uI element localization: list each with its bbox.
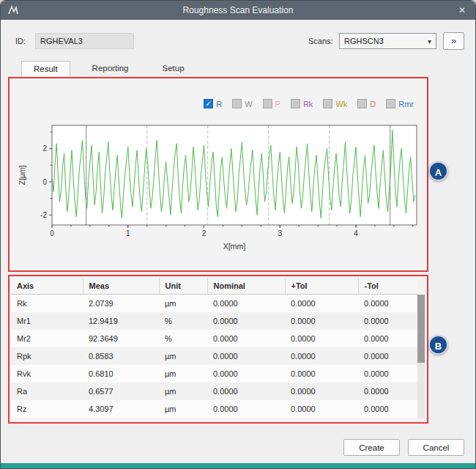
unchecked-checkbox-icon[interactable] bbox=[291, 99, 300, 108]
close-icon[interactable]: ✕ bbox=[456, 4, 468, 16]
scans-selected-value: RGHSCN3 bbox=[344, 37, 384, 45]
column-header[interactable]: Nominal bbox=[207, 278, 285, 295]
annotation-badge-a: A bbox=[428, 161, 448, 181]
table-cell: 0.0000 bbox=[207, 365, 285, 383]
table-cell: 0.0000 bbox=[285, 365, 358, 383]
table-cell: Rpk bbox=[11, 347, 83, 365]
unchecked-checkbox-icon[interactable] bbox=[357, 99, 367, 108]
svg-text:Z[µm]: Z[µm] bbox=[18, 165, 26, 185]
column-header[interactable]: Meas bbox=[83, 278, 159, 295]
table-body: Rk2.0739µm0.00000.00000.0000Mr112.9419%0… bbox=[11, 295, 418, 418]
legend: ✓RWPRkWkDRmr bbox=[21, 99, 414, 108]
column-header[interactable]: +Tol bbox=[285, 278, 358, 295]
chevron-down-icon: ▾ bbox=[428, 37, 431, 45]
table-cell: 0.6577 bbox=[83, 383, 159, 400]
checked-checkbox-icon[interactable]: ✓ bbox=[204, 99, 213, 108]
table-cell: Ra bbox=[11, 383, 83, 400]
legend-item-d[interactable]: D bbox=[357, 99, 376, 108]
table-cell: 0.0000 bbox=[285, 312, 358, 330]
table-cell: 0.0000 bbox=[285, 400, 358, 418]
svg-text:0: 0 bbox=[42, 178, 47, 186]
expand-scans-button[interactable]: » bbox=[443, 32, 464, 50]
annotation-badge-b: B bbox=[428, 335, 448, 355]
legend-item-r[interactable]: ✓R bbox=[204, 99, 222, 108]
table-row[interactable]: Mr292.3649%0.00000.00000.0000 bbox=[11, 330, 418, 347]
table-cell: µm bbox=[159, 383, 207, 400]
svg-text:0: 0 bbox=[50, 229, 54, 237]
dialog-window: Roughness Scan Evaluation ✕ ID: Scans: R… bbox=[0, 0, 476, 469]
table-cell: 0.0000 bbox=[207, 383, 285, 400]
svg-text:-2: -2 bbox=[40, 211, 47, 219]
table-cell: µm bbox=[159, 347, 207, 365]
roughness-profile-chart: 01234-202X[mm]Z[µm] bbox=[15, 119, 425, 267]
legend-label: P bbox=[275, 100, 280, 108]
create-button[interactable]: Create bbox=[343, 439, 400, 456]
legend-item-p[interactable]: P bbox=[263, 99, 280, 108]
svg-text:3: 3 bbox=[278, 229, 282, 237]
table-row[interactable]: Rvk0.6810µm0.00000.00000.0000 bbox=[11, 365, 418, 383]
legend-label: D bbox=[370, 100, 376, 108]
table-cell: 0.0000 bbox=[358, 365, 418, 383]
id-input[interactable] bbox=[35, 33, 134, 49]
column-header[interactable]: -Tol bbox=[358, 278, 418, 295]
tab-reporting[interactable]: Reporting bbox=[81, 61, 141, 77]
table-row[interactable]: Mr112.9419%0.00000.00000.0000 bbox=[11, 312, 418, 330]
measurement-table: AxisMeasUnitNominal+Tol-Tol Rk2.0739µm0.… bbox=[11, 278, 418, 418]
table-row[interactable]: Ra0.6577µm0.00000.00000.0000 bbox=[11, 383, 418, 400]
legend-item-wk[interactable]: Wk bbox=[323, 99, 347, 108]
table-cell: Rvk bbox=[11, 365, 83, 383]
table-cell: Rz bbox=[11, 400, 83, 418]
id-label: ID: bbox=[15, 37, 26, 45]
table-cell: 0.0000 bbox=[207, 400, 285, 418]
unchecked-checkbox-icon[interactable] bbox=[263, 99, 272, 108]
unchecked-checkbox-icon[interactable] bbox=[232, 99, 242, 108]
cancel-button[interactable]: Cancel bbox=[408, 439, 464, 456]
column-header[interactable]: Unit bbox=[159, 278, 207, 295]
tab-setup[interactable]: Setup bbox=[150, 61, 196, 77]
column-header[interactable]: Axis bbox=[11, 278, 83, 295]
unchecked-checkbox-icon[interactable] bbox=[386, 99, 395, 108]
table-cell: 0.0000 bbox=[358, 330, 418, 347]
table-cell: 0.0000 bbox=[358, 383, 418, 400]
scrollbar-thumb[interactable] bbox=[417, 295, 425, 363]
svg-text:1: 1 bbox=[126, 229, 130, 237]
table-cell: 2.0739 bbox=[83, 295, 159, 313]
legend-label: Rmr bbox=[398, 100, 414, 108]
table-cell: 0.6810 bbox=[83, 365, 159, 383]
table-row[interactable]: Rk2.0739µm0.00000.00000.0000 bbox=[11, 295, 418, 313]
svg-text:2: 2 bbox=[42, 144, 47, 152]
chart-svg: 01234-202X[mm]Z[µm] bbox=[15, 119, 425, 267]
svg-text:X[mm]: X[mm] bbox=[223, 242, 245, 251]
window-title: Roughness Scan Evaluation bbox=[1, 5, 475, 15]
tab-result[interactable]: Result bbox=[21, 61, 70, 77]
table-cell: 0.0000 bbox=[358, 400, 418, 418]
table-cell: 4.3097 bbox=[83, 400, 159, 418]
table-cell: 0.8583 bbox=[83, 347, 159, 365]
table-cell: µm bbox=[159, 400, 207, 418]
unchecked-checkbox-icon[interactable] bbox=[323, 99, 332, 108]
table-cell: 0.0000 bbox=[358, 312, 418, 330]
table-scrollbar[interactable] bbox=[417, 295, 425, 418]
table-cell: 0.0000 bbox=[358, 295, 418, 313]
annotation-box-a: ✓RWPRkWkDRmr 01234-202X[mm]Z[µm] bbox=[8, 77, 428, 272]
legend-item-rk[interactable]: Rk bbox=[291, 99, 313, 108]
legend-label: Wk bbox=[335, 100, 347, 108]
table-row[interactable]: Rz4.3097µm0.00000.00000.0000 bbox=[11, 400, 418, 418]
table-cell: % bbox=[159, 312, 207, 330]
table-cell: 0.0000 bbox=[358, 347, 418, 365]
bottom-accent-bar bbox=[1, 463, 475, 468]
table-cell: Mr2 bbox=[11, 330, 83, 347]
table-header-row: AxisMeasUnitNominal+Tol-Tol bbox=[11, 278, 418, 295]
legend-item-w[interactable]: W bbox=[232, 99, 252, 108]
table-cell: Mr1 bbox=[11, 312, 83, 330]
legend-label: Rk bbox=[303, 100, 313, 108]
svg-text:2: 2 bbox=[202, 229, 207, 237]
legend-item-rmr[interactable]: Rmr bbox=[386, 99, 414, 108]
table-row[interactable]: Rpk0.8583µm0.00000.00000.0000 bbox=[11, 347, 418, 365]
scans-dropdown[interactable]: RGHSCN3 ▾ bbox=[339, 33, 436, 49]
table-cell: 0.0000 bbox=[207, 330, 285, 347]
table-cell: 0.0000 bbox=[285, 330, 358, 347]
tab-bar: Result Reporting Setup bbox=[21, 61, 196, 77]
table-cell: 92.3649 bbox=[83, 330, 159, 347]
table-cell: µm bbox=[159, 295, 207, 313]
